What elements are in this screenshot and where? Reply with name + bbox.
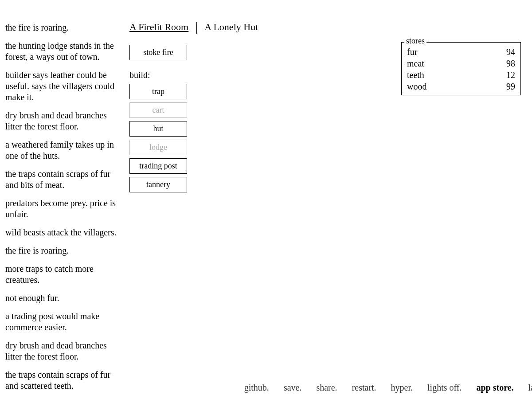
notification-log: the fire is roaring. the hunting lodge s… — [5, 22, 120, 399]
store-name: teeth — [407, 69, 424, 81]
store-name: wood — [407, 81, 426, 92]
notification: more traps to catch more creatures. — [5, 263, 120, 286]
game-root: the fire is roaring. the hunting lodge s… — [0, 0, 532, 399]
stores-panel: stores fur 94 meat 98 teeth 12 wood 99 — [401, 42, 521, 95]
menu-github[interactable]: github. — [244, 383, 269, 393]
menu-hyper[interactable]: hyper. — [391, 383, 413, 393]
notification: a weathered family takes up in one of th… — [5, 139, 120, 161]
menu-cut-off[interactable]: la — [528, 383, 532, 393]
build-trap-button[interactable]: trap — [129, 84, 187, 99]
stores-title: stores — [404, 36, 426, 46]
stoke-fire-button[interactable]: stoke fire — [129, 45, 187, 60]
notification: the fire is roaring. — [5, 245, 120, 256]
store-row: teeth 12 — [407, 69, 515, 81]
main-panel: A Firelit Room A Lonely Hut stoke fire b… — [129, 21, 395, 196]
location-tabs: A Firelit Room A Lonely Hut — [129, 21, 395, 34]
store-qty: 94 — [506, 46, 515, 58]
notification: the fire is roaring. — [5, 22, 120, 33]
notification: builder says leather could be useful. sa… — [5, 70, 120, 103]
build-cart-button[interactable]: cart — [129, 102, 187, 118]
store-name: fur — [407, 46, 417, 58]
build-trading-post-button[interactable]: trading post — [129, 158, 187, 174]
store-row: fur 94 — [407, 46, 515, 58]
build-lodge-button[interactable]: lodge — [129, 140, 187, 155]
build-hut-button[interactable]: hut — [129, 121, 187, 137]
store-qty: 12 — [506, 69, 515, 81]
notification: wild beasts attack the villagers. — [5, 227, 120, 238]
tab-separator — [196, 22, 197, 34]
notification: the hunting lodge stands in the forest, … — [5, 40, 120, 63]
store-qty: 98 — [506, 58, 515, 69]
menu-restart[interactable]: restart. — [352, 383, 376, 393]
notification: not enough fur. — [5, 293, 120, 304]
footer-menu: github. save. share. restart. hyper. lig… — [0, 383, 532, 393]
stores-box: stores fur 94 meat 98 teeth 12 wood 99 — [401, 42, 521, 95]
menu-share[interactable]: share. — [316, 383, 337, 393]
menu-app-store[interactable]: app store. — [476, 383, 513, 393]
tab-firelit-room[interactable]: A Firelit Room — [129, 21, 188, 33]
notification: predators become prey. price is unfair. — [5, 198, 120, 220]
store-name: meat — [407, 58, 424, 69]
notification: dry brush and dead branches litter the f… — [5, 340, 120, 362]
notification: a trading post would make commerce easie… — [5, 311, 120, 333]
menu-save[interactable]: save. — [284, 383, 302, 393]
notification: the traps contain scraps of fur and bits… — [5, 168, 120, 191]
notification: dry brush and dead branches litter the f… — [5, 110, 120, 132]
build-section-label: build: — [129, 70, 395, 80]
store-row: meat 98 — [407, 58, 515, 69]
menu-lights-off[interactable]: lights off. — [427, 383, 462, 393]
build-tannery-button[interactable]: tannery — [129, 177, 187, 192]
store-row: wood 99 — [407, 81, 515, 92]
tab-lonely-hut[interactable]: A Lonely Hut — [204, 21, 258, 33]
store-qty: 99 — [506, 81, 515, 92]
